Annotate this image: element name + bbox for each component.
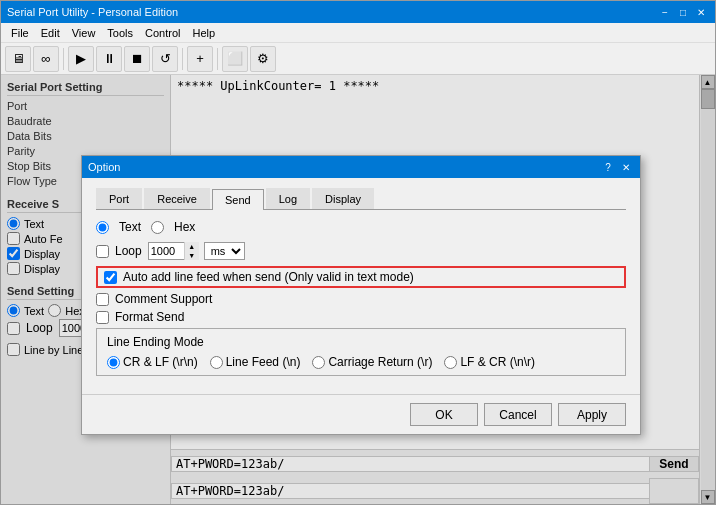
tab-port[interactable]: Port bbox=[96, 188, 142, 209]
format-send-checkbox[interactable] bbox=[96, 311, 109, 324]
toolbar-stop-btn[interactable]: ⏹ bbox=[124, 46, 150, 72]
le-lfcr-label: LF & CR (\n\r) bbox=[460, 355, 535, 369]
title-bar-controls: − □ ✕ bbox=[657, 5, 709, 19]
dialog-hex-radio[interactable] bbox=[151, 221, 164, 234]
toolbar: 🖥 ∞ ▶ ⏸ ⏹ ↺ + ⬜ ⚙ bbox=[1, 43, 715, 75]
dialog-title-bar: Option ? ✕ bbox=[82, 156, 640, 178]
toolbar-play-btn[interactable]: ▶ bbox=[68, 46, 94, 72]
apply-button[interactable]: Apply bbox=[558, 403, 626, 426]
dialog-help-btn[interactable]: ? bbox=[600, 160, 616, 174]
dialog-loop-down-btn[interactable]: ▼ bbox=[185, 251, 199, 260]
toolbar-loop-btn[interactable]: ∞ bbox=[33, 46, 59, 72]
line-ending-box: Line Ending Mode CR & LF (\r\n) Line Fee… bbox=[96, 328, 626, 376]
dialog-text-radio[interactable] bbox=[96, 221, 109, 234]
dialog-text-label: Text bbox=[119, 220, 141, 234]
modal-overlay: Option ? ✕ Port Receive Send Log Display bbox=[1, 75, 715, 504]
le-crlf-label: CR & LF (\r\n) bbox=[123, 355, 198, 369]
toolbar-monitor-btn[interactable]: 🖥 bbox=[5, 46, 31, 72]
menu-control[interactable]: Control bbox=[139, 25, 186, 41]
comment-support-row: Comment Support bbox=[96, 292, 626, 306]
toolbar-sep1 bbox=[63, 48, 64, 70]
tab-receive[interactable]: Receive bbox=[144, 188, 210, 209]
cancel-button[interactable]: Cancel bbox=[484, 403, 552, 426]
auto-add-line-feed-label: Auto add line feed when send (Only valid… bbox=[123, 270, 414, 284]
tab-display[interactable]: Display bbox=[312, 188, 374, 209]
le-lfcr-radio[interactable] bbox=[444, 356, 457, 369]
dialog-footer: OK Cancel Apply bbox=[82, 394, 640, 434]
maximize-button[interactable]: □ bbox=[675, 5, 691, 19]
menu-tools[interactable]: Tools bbox=[101, 25, 139, 41]
menu-help[interactable]: Help bbox=[187, 25, 222, 41]
close-button[interactable]: ✕ bbox=[693, 5, 709, 19]
auto-add-line-feed-checkbox[interactable] bbox=[104, 271, 117, 284]
toolbar-refresh-btn[interactable]: ↺ bbox=[152, 46, 178, 72]
toolbar-add-btn[interactable]: + bbox=[187, 46, 213, 72]
auto-add-line-feed-row: Auto add line feed when send (Only valid… bbox=[96, 266, 626, 288]
dialog-loop-checkbox[interactable] bbox=[96, 245, 109, 258]
dialog-ms-select[interactable]: ms bbox=[204, 242, 245, 260]
le-cr-radio[interactable] bbox=[312, 356, 325, 369]
le-option-crlf: CR & LF (\r\n) bbox=[107, 355, 198, 369]
toolbar-sep3 bbox=[217, 48, 218, 70]
dialog-title-controls: ? ✕ bbox=[600, 160, 634, 174]
dialog-hex-label: Hex bbox=[174, 220, 195, 234]
dialog-loop-label: Loop bbox=[115, 244, 142, 258]
dialog-body: Port Receive Send Log Display Text Hex bbox=[82, 178, 640, 394]
menu-view[interactable]: View bbox=[66, 25, 102, 41]
title-bar: Serial Port Utility - Personal Edition −… bbox=[1, 1, 715, 23]
tab-log[interactable]: Log bbox=[266, 188, 310, 209]
option-dialog: Option ? ✕ Port Receive Send Log Display bbox=[81, 155, 641, 435]
format-send-row: Format Send bbox=[96, 310, 626, 324]
app-window: Serial Port Utility - Personal Edition −… bbox=[0, 0, 716, 505]
le-cr-label: Carriage Return (\r) bbox=[328, 355, 432, 369]
toolbar-sep2 bbox=[182, 48, 183, 70]
ok-button[interactable]: OK bbox=[410, 403, 478, 426]
toolbar-pause-btn[interactable]: ⏸ bbox=[96, 46, 122, 72]
dialog-loop-spinbox: ▲ ▼ bbox=[148, 242, 198, 260]
format-send-label: Format Send bbox=[115, 310, 184, 324]
minimize-button[interactable]: − bbox=[657, 5, 673, 19]
tab-send[interactable]: Send bbox=[212, 189, 264, 210]
dialog-loop-up-btn[interactable]: ▲ bbox=[185, 242, 199, 251]
dialog-loop-row: Loop ▲ ▼ ms bbox=[96, 242, 626, 260]
le-crlf-radio[interactable] bbox=[107, 356, 120, 369]
app-title: Serial Port Utility - Personal Edition bbox=[7, 6, 178, 18]
line-ending-title: Line Ending Mode bbox=[107, 335, 615, 349]
menu-edit[interactable]: Edit bbox=[35, 25, 66, 41]
tab-bar: Port Receive Send Log Display bbox=[96, 188, 626, 210]
dialog-loop-spinbox-btns: ▲ ▼ bbox=[184, 242, 199, 260]
comment-support-checkbox[interactable] bbox=[96, 293, 109, 306]
main-content: Serial Port Setting Port Baudrate Data B… bbox=[1, 75, 715, 504]
toolbar-window-btn[interactable]: ⬜ bbox=[222, 46, 248, 72]
menu-file[interactable]: File bbox=[5, 25, 35, 41]
dialog-title: Option bbox=[88, 161, 120, 173]
toolbar-settings-btn[interactable]: ⚙ bbox=[250, 46, 276, 72]
le-option-cr: Carriage Return (\r) bbox=[312, 355, 432, 369]
le-option-lfcr: LF & CR (\n\r) bbox=[444, 355, 535, 369]
dialog-close-btn[interactable]: ✕ bbox=[618, 160, 634, 174]
line-ending-options: CR & LF (\r\n) Line Feed (\n) Carriage R… bbox=[107, 355, 615, 369]
dialog-loop-input[interactable] bbox=[149, 245, 184, 257]
le-lf-label: Line Feed (\n) bbox=[226, 355, 301, 369]
menu-bar: File Edit View Tools Control Help bbox=[1, 23, 715, 43]
le-lf-radio[interactable] bbox=[210, 356, 223, 369]
le-option-lf: Line Feed (\n) bbox=[210, 355, 301, 369]
comment-support-label: Comment Support bbox=[115, 292, 212, 306]
dialog-mode-radio-row: Text Hex bbox=[96, 220, 626, 234]
